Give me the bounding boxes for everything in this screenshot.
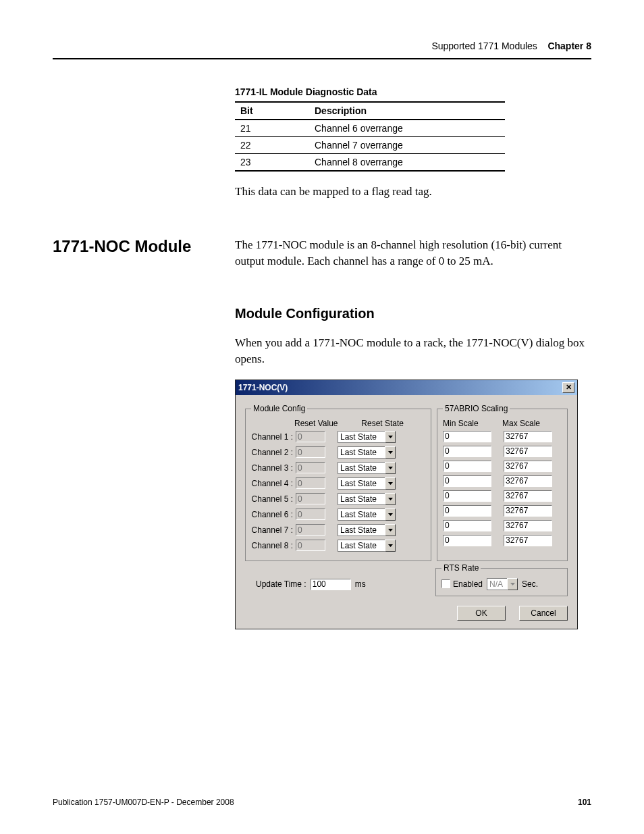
reset-state-combo[interactable]: Last State (338, 493, 385, 505)
scale-row (443, 461, 562, 472)
update-time-label: Update Time : (256, 579, 306, 589)
reset-value-input[interactable] (296, 477, 325, 489)
channel-label: Channel 4 : (251, 479, 294, 488)
rts-enabled-checkbox[interactable] (441, 579, 450, 588)
rts-legend: RTS Rate (441, 563, 481, 573)
scale-row (443, 446, 562, 457)
scale-row (443, 490, 562, 502)
max-scale-input[interactable] (504, 520, 552, 531)
reset-value-input[interactable] (296, 446, 325, 458)
section-heading: 1771-NOC Module (53, 237, 221, 256)
col-bit: Bit (235, 102, 309, 120)
publication-line: Publication 1757-UM007D-EN-P - December … (53, 798, 234, 807)
reset-state-combo[interactable]: Last State (338, 524, 385, 536)
min-scale-input[interactable] (443, 490, 491, 502)
scaling-legend: 57ABRIO Scaling (443, 404, 510, 413)
chevron-down-icon (388, 544, 393, 547)
channel-label: Channel 6 : (251, 510, 294, 519)
channel-row: Channel 3 :Last State (251, 462, 425, 474)
scaling-group: 57ABRIO Scaling Min Scale Max Scale (437, 409, 568, 561)
reset-state-combo-button[interactable] (385, 524, 396, 536)
channel-label: Channel 3 : (251, 463, 294, 473)
svg-marker-7 (388, 544, 393, 547)
svg-marker-4 (388, 498, 393, 500)
max-scale-input[interactable] (504, 490, 552, 502)
chevron-down-icon (510, 583, 515, 585)
reset-value-input[interactable] (296, 524, 325, 536)
reset-state-combo[interactable]: Last State (338, 540, 385, 552)
reset-state-combo[interactable]: Last State (338, 477, 385, 490)
sub-heading: Module Configuration (235, 306, 591, 321)
diag-table: Bit Description 21 Channel 6 overrange 2… (235, 101, 505, 172)
close-icon: ✕ (566, 383, 572, 391)
rts-unit: Sec. (522, 579, 538, 589)
reset-state-combo-button[interactable] (385, 446, 396, 459)
reset-value-header: Reset Value (294, 419, 343, 428)
reset-state-header: Reset State (343, 419, 404, 428)
reset-value-input[interactable] (296, 493, 325, 504)
para-map-flag: This data can be mapped to a flag read t… (235, 184, 591, 200)
sub-para: When you add a 1771-NOC module to a rack… (235, 335, 591, 367)
max-scale-header: Max Scale (502, 419, 562, 428)
scale-row (443, 475, 562, 487)
table-row: 23 Channel 8 overrange (235, 154, 505, 172)
channel-label: Channel 5 : (251, 494, 294, 504)
channel-label: Channel 1 : (251, 432, 294, 442)
max-scale-input[interactable] (504, 446, 552, 457)
reset-state-combo[interactable]: Last State (338, 462, 385, 474)
chevron-down-icon (388, 436, 393, 438)
reset-value-input[interactable] (296, 462, 325, 473)
max-scale-input[interactable] (504, 475, 552, 487)
ok-button[interactable]: OK (457, 606, 506, 621)
reset-state-combo[interactable]: Last State (338, 446, 385, 459)
min-scale-input[interactable] (443, 520, 491, 531)
header-subject: Supported 1771 Modules (431, 41, 537, 51)
module-config-legend: Module Config (251, 404, 307, 413)
channel-row: Channel 5 :Last State (251, 493, 425, 505)
reset-state-combo-button[interactable] (385, 462, 396, 474)
update-time-row: Update Time : ms (245, 568, 430, 590)
min-scale-input[interactable] (443, 461, 491, 472)
dialog-1771-noc: 1771-NOC(V) ✕ Module Config Reset Value … (235, 380, 578, 629)
reset-state-combo-button[interactable] (385, 509, 396, 521)
reset-state-combo-button[interactable] (385, 493, 396, 505)
max-scale-input[interactable] (504, 535, 552, 546)
max-scale-input[interactable] (504, 461, 552, 472)
running-header: Supported 1771 Modules Chapter 8 (53, 41, 591, 51)
channel-label: Channel 7 : (251, 525, 294, 535)
reset-value-input[interactable] (296, 509, 325, 520)
rts-rate-group: RTS Rate Enabled N/A Sec. (435, 568, 568, 596)
min-scale-input[interactable] (443, 535, 491, 546)
min-scale-input[interactable] (443, 446, 491, 457)
min-scale-input[interactable] (443, 505, 491, 517)
chevron-down-icon (388, 482, 393, 485)
chevron-down-icon (388, 498, 393, 500)
table-row: 22 Channel 7 overrange (235, 137, 505, 154)
reset-value-input[interactable] (296, 540, 325, 551)
max-scale-input[interactable] (504, 505, 552, 517)
reset-state-combo[interactable]: Last State (338, 509, 385, 521)
reset-state-combo-button[interactable] (385, 431, 396, 443)
reset-value-input[interactable] (296, 431, 325, 442)
reset-state-combo-button[interactable] (385, 540, 396, 552)
chevron-down-icon (388, 467, 393, 469)
diag-table-title: 1771-IL Module Diagnostic Data (235, 86, 591, 97)
min-scale-input[interactable] (443, 431, 491, 442)
rts-value-combo[interactable]: N/A (487, 578, 507, 590)
scale-row (443, 431, 562, 442)
dialog-title: 1771-NOC(V) (238, 383, 288, 392)
reset-state-combo-button[interactable] (385, 477, 396, 490)
channel-row: Channel 2 :Last State (251, 446, 425, 459)
svg-marker-1 (388, 451, 393, 454)
close-button[interactable]: ✕ (562, 382, 574, 393)
reset-state-combo[interactable]: Last State (338, 431, 385, 443)
rts-combo-button[interactable] (507, 578, 518, 590)
scale-row (443, 505, 562, 517)
max-scale-input[interactable] (504, 431, 552, 442)
header-chapter: Chapter 8 (547, 41, 591, 51)
update-time-input[interactable] (311, 579, 351, 590)
min-scale-input[interactable] (443, 475, 491, 487)
channel-row: Channel 7 :Last State (251, 524, 425, 536)
channel-row: Channel 1 :Last State (251, 431, 425, 443)
cancel-button[interactable]: Cancel (519, 606, 568, 621)
